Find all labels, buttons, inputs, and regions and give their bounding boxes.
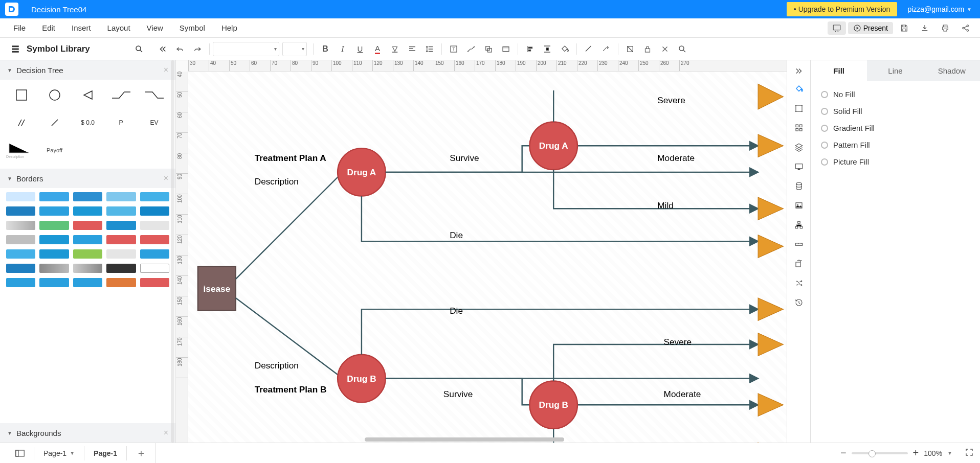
border-item[interactable] (140, 278, 169, 287)
shape-circle[interactable] (39, 85, 70, 105)
shape-slash[interactable] (39, 112, 70, 133)
page-tab-1[interactable]: Page-1 (84, 446, 127, 460)
distribute-button[interactable] (539, 41, 556, 57)
upgrade-button[interactable]: • Upgrade to Premium Version (787, 2, 898, 16)
border-item[interactable] (140, 235, 169, 244)
collapse-sidebar-button[interactable] (154, 41, 171, 57)
text-tool-button[interactable]: T (445, 41, 462, 57)
menu-layout[interactable]: Layout (99, 20, 139, 35)
data-tool-icon[interactable] (790, 177, 808, 195)
align-text-button[interactable] (404, 41, 421, 57)
border-item[interactable] (140, 192, 169, 201)
shape-payoff-axis[interactable]: Description (6, 140, 36, 160)
border-item[interactable] (39, 235, 69, 244)
add-page-button[interactable]: ＋ (127, 443, 156, 463)
zoom-slider[interactable] (852, 452, 908, 454)
shape-probability[interactable]: P (106, 112, 136, 133)
close-icon[interactable]: × (164, 65, 168, 75)
zoom-out-button[interactable]: − (840, 447, 847, 459)
border-item[interactable] (106, 192, 136, 201)
ruler-tool-icon[interactable] (790, 235, 808, 253)
shape-square[interactable] (6, 85, 36, 105)
border-item[interactable] (6, 278, 35, 287)
grid-tool-icon[interactable] (790, 119, 808, 137)
font-color-button[interactable]: A (369, 41, 386, 57)
menu-help[interactable]: Help (213, 20, 246, 35)
search-button[interactable] (674, 41, 691, 57)
border-item[interactable] (106, 221, 136, 230)
expand-panel-button[interactable] (790, 63, 808, 79)
border-item[interactable] (73, 206, 102, 216)
border-item[interactable] (73, 221, 102, 230)
border-item[interactable] (73, 192, 102, 201)
section-borders[interactable]: ▼ Borders × (0, 169, 175, 188)
font-family-select[interactable] (213, 42, 279, 56)
save-button[interactable] (895, 21, 914, 35)
fill-option-pattern[interactable]: Pattern Fill (821, 141, 970, 149)
tools-button[interactable] (656, 41, 674, 57)
border-item[interactable] (6, 221, 35, 230)
rotate-tool-icon[interactable] (790, 254, 808, 273)
history-tool-icon[interactable] (790, 293, 808, 312)
border-item[interactable] (39, 264, 69, 273)
line-style-button[interactable] (580, 41, 597, 57)
shape-payoff-label[interactable]: Payoff (39, 140, 70, 160)
menu-edit[interactable]: Edit (34, 20, 63, 35)
highlight-button[interactable] (386, 41, 404, 57)
arrow-style-button[interactable] (597, 41, 615, 57)
fill-tool-icon[interactable] (790, 80, 808, 98)
download-button[interactable] (916, 21, 934, 35)
undo-button[interactable] (171, 41, 189, 57)
crop-button[interactable] (621, 41, 639, 57)
border-item[interactable] (6, 192, 35, 201)
close-icon[interactable]: × (164, 428, 168, 437)
fill-option-picture[interactable]: Picture Fill (821, 157, 970, 166)
border-item[interactable] (73, 278, 102, 287)
section-backgrounds[interactable]: ▼ Backgrounds × (0, 423, 175, 443)
border-item[interactable] (106, 249, 136, 259)
border-item[interactable] (6, 249, 35, 259)
fill-option-solid[interactable]: Solid Fill (821, 107, 970, 115)
border-item[interactable] (73, 264, 102, 273)
menu-view[interactable]: View (139, 20, 171, 35)
zoom-in-button[interactable]: + (913, 447, 919, 459)
print-button[interactable] (936, 21, 954, 35)
shape-cost[interactable]: $ 0.0 (73, 112, 103, 133)
underline-button[interactable]: U (351, 41, 369, 57)
layers-tool-icon[interactable] (790, 138, 808, 156)
border-item[interactable] (106, 235, 136, 244)
shape-triangle-left[interactable] (73, 85, 103, 105)
container-button[interactable] (497, 41, 515, 57)
border-item[interactable] (140, 206, 169, 216)
canvas[interactable]: isease Treatment Plan A Description Drug… (188, 72, 787, 443)
shape-ev[interactable]: EV (139, 112, 169, 133)
tab-fill[interactable]: Fill (811, 60, 867, 81)
user-menu[interactable]: pizza@gmail.com ▼ (907, 5, 975, 13)
crop-tool-icon[interactable] (790, 99, 808, 118)
section-decision-tree[interactable]: ▼ Decision Tree × (0, 60, 175, 80)
shuffle-tool-icon[interactable] (790, 274, 808, 292)
image-tool-icon[interactable] (790, 196, 808, 215)
font-size-select[interactable] (282, 42, 307, 56)
italic-button[interactable]: I (334, 41, 351, 57)
shape-button[interactable] (480, 41, 497, 57)
shape-double-slash[interactable] (6, 112, 36, 133)
fill-option-gradient[interactable]: Gradient Fill (821, 124, 970, 132)
fullscreen-button[interactable] (965, 448, 974, 458)
border-item[interactable] (6, 206, 35, 216)
border-item[interactable] (6, 264, 35, 273)
share-button[interactable] (956, 21, 975, 35)
line-spacing-button[interactable] (421, 41, 438, 57)
shape-elbow-2[interactable] (139, 85, 169, 105)
close-icon[interactable]: × (164, 174, 168, 183)
border-item[interactable] (106, 264, 136, 273)
menu-file[interactable]: File (5, 20, 34, 35)
presentation-tool-icon[interactable] (790, 157, 808, 176)
fill-option-no-fill[interactable]: No Fill (821, 90, 970, 99)
align-left-button[interactable] (521, 41, 539, 57)
present-button[interactable]: Present (848, 22, 893, 34)
border-item[interactable] (106, 206, 136, 216)
shape-elbow-1[interactable] (106, 85, 136, 105)
zoom-level[interactable]: 100% (924, 449, 942, 457)
menu-insert[interactable]: Insert (63, 20, 99, 35)
